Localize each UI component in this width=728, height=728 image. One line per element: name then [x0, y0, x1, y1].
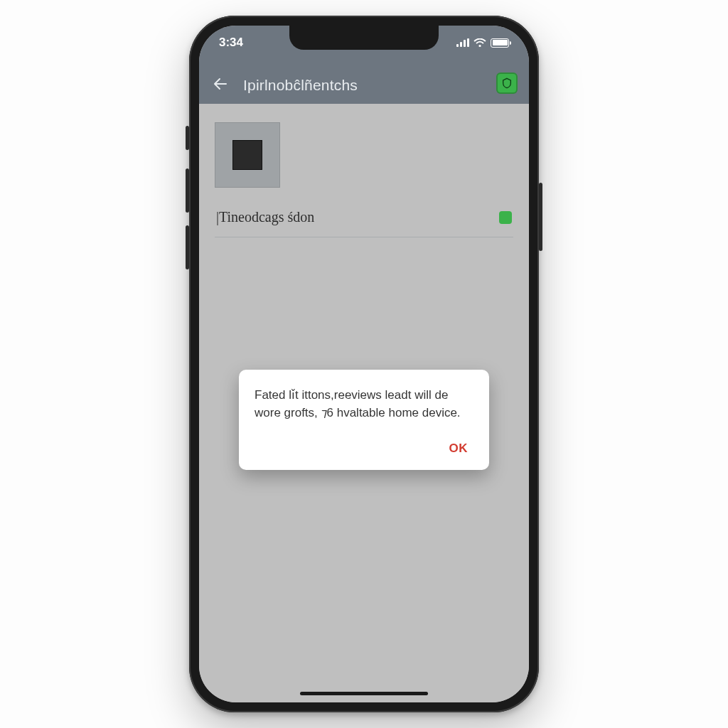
- header-action-button[interactable]: [496, 73, 518, 94]
- volume-up-button[interactable]: [186, 168, 189, 213]
- list-row-label: |Tineodcags śdon: [216, 209, 314, 225]
- page-title: Ipirlnobĉlñentchs: [243, 77, 483, 94]
- dialog-actions: OK: [255, 437, 473, 460]
- ok-button[interactable]: OK: [444, 437, 474, 460]
- clock: 3:34: [219, 36, 243, 50]
- status-badge: [499, 211, 512, 224]
- mute-switch[interactable]: [186, 126, 189, 150]
- dialog-message: Fated lǐt ittons,reeviews leadt will de …: [255, 387, 473, 422]
- svg-point-0: [478, 44, 481, 46]
- list-row[interactable]: |Tineodcags śdon: [215, 188, 513, 237]
- thumbnail-image: [232, 140, 262, 170]
- volume-down-button[interactable]: [186, 225, 189, 269]
- screen: 3:34 Ipirlnobĉlñentchs: [199, 26, 529, 702]
- cellular-signal-icon: [456, 38, 469, 47]
- shield-icon: [501, 77, 513, 89]
- power-button[interactable]: [539, 183, 542, 251]
- wifi-icon: [473, 38, 486, 48]
- notch: [289, 26, 439, 50]
- arrow-left-icon: [212, 75, 229, 92]
- alert-dialog: Fated lǐt ittons,reeviews leadt will de …: [239, 370, 489, 470]
- phone-chassis: 3:34 Ipirlnobĉlñentchs: [189, 16, 539, 712]
- battery-icon: [491, 38, 509, 48]
- home-indicator[interactable]: [300, 692, 428, 695]
- back-button[interactable]: [210, 74, 230, 94]
- status-icons: [456, 38, 509, 48]
- thumbnail[interactable]: [215, 122, 280, 188]
